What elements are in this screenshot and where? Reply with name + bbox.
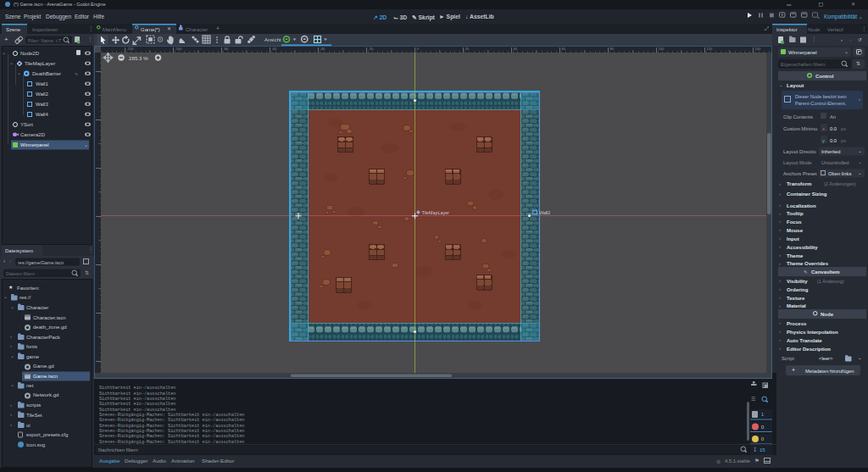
svg-text:Ansicht: Ansicht (264, 37, 281, 42)
